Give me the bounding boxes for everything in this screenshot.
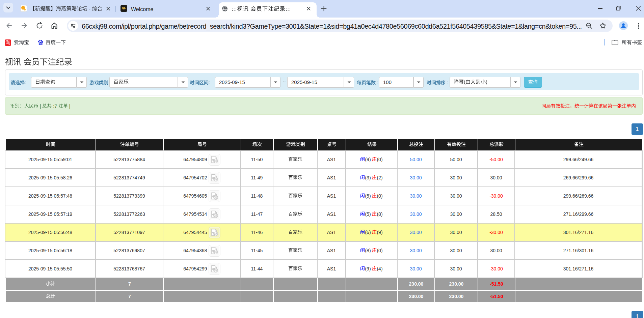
svg-text:du: du bbox=[39, 42, 42, 45]
